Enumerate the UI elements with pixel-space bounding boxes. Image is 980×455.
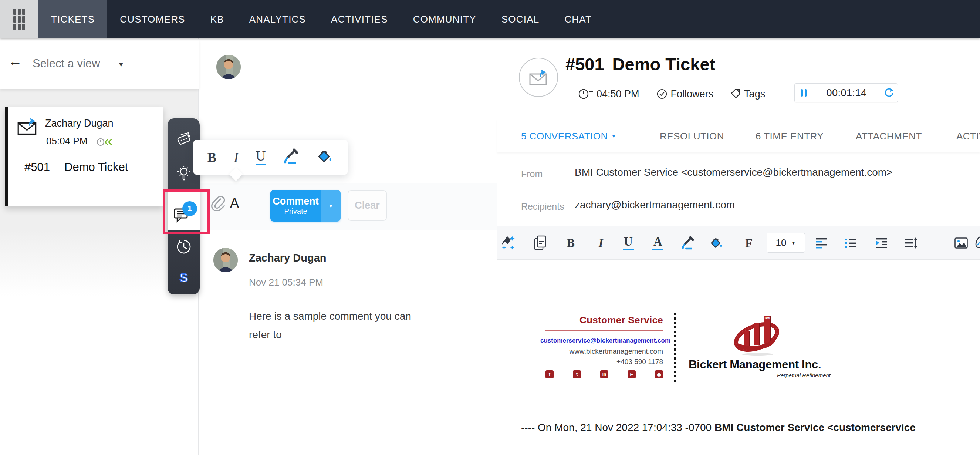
avatar [216, 55, 241, 79]
from-label: From [521, 169, 542, 180]
history-icon[interactable] [167, 232, 200, 261]
from-value[interactable]: BMI Customer Service <customerservice@bi… [575, 167, 892, 178]
font-size-select[interactable]: 10▼ [767, 233, 805, 253]
quoted-email-header: ---- On Mon, 21 Nov 2022 17:04:33 -0700 … [521, 422, 916, 434]
recipients-value[interactable]: zachary@bickertmanagement.com [575, 199, 735, 211]
italic-button[interactable]: I [234, 151, 238, 164]
clock-icon [578, 88, 593, 100]
font-color-button[interactable]: A [650, 234, 666, 253]
facebook-icon[interactable]: f [546, 370, 554, 379]
card-ticket-subject: Demo Ticket [64, 161, 128, 174]
twitter-icon[interactable]: t [573, 370, 581, 379]
view-selector[interactable]: Select a view [33, 57, 100, 70]
detail-tabs: 5 CONVERSATION▾ RESOLUTION 6 TIME ENTRY … [497, 119, 980, 153]
signature-divider [674, 313, 676, 384]
highlight-button[interactable] [679, 234, 695, 253]
salesiq-icon[interactable]: S [167, 263, 200, 292]
timer-value: 00:01:14 [813, 84, 880, 102]
highlight-color-icon[interactable] [316, 148, 334, 166]
format-popup: B I U [193, 140, 348, 175]
due-time[interactable]: 04:50 PM [578, 88, 640, 100]
view-selector-bar: ← Select a view ▾ [0, 39, 199, 89]
format-toggle[interactable]: A [230, 195, 239, 211]
instagram-icon[interactable]: ◉ [655, 370, 663, 379]
nav-tab-customers[interactable]: CUSTOMERS [107, 0, 197, 38]
underline-button[interactable]: U [256, 149, 266, 165]
ai-assist-icon[interactable] [501, 234, 517, 253]
tab-conversation[interactable]: 5 CONVERSATION▾ [521, 119, 616, 153]
pause-icon[interactable] [795, 84, 813, 102]
tags-button[interactable]: Tags [730, 88, 765, 100]
tab-activity[interactable]: ACTIVITY [956, 119, 980, 153]
templates-icon[interactable] [532, 234, 549, 253]
ticket-card[interactable]: Zachary Dugan 05:04 PM #501 Demo Ticket [5, 107, 164, 207]
signature-website[interactable]: www.bickertmanagement.com [540, 347, 663, 355]
chevron-down-icon[interactable]: ▾ [119, 60, 123, 69]
comment-button[interactable]: Comment Private ▾ [270, 190, 340, 221]
channel-avatar [519, 58, 558, 97]
bullet-list-icon[interactable] [843, 234, 859, 253]
comment-author: Zachary Dugan [249, 252, 326, 264]
grid-icon [13, 8, 25, 30]
nav-tab-chat[interactable]: CHAT [552, 0, 604, 38]
nav-tab-tickets[interactable]: TICKETS [38, 0, 107, 38]
signature-email-link[interactable]: customerservice@bickertmanagement.com [540, 337, 663, 344]
nav-tab-community[interactable]: COMMUNITY [401, 0, 489, 38]
comments-panel: A Comment Private ▾ Clear Zachary Dugan … [199, 38, 496, 455]
nav-tab-activities[interactable]: ACTIVITIES [318, 0, 401, 38]
top-nav: TICKETS CUSTOMERS KB ANALYTICS ACTIVITIE… [0, 0, 980, 38]
recipients-label: Recipients [521, 201, 564, 212]
comment-author-avatar [213, 248, 238, 272]
signature-company: Bickert Management Inc. [689, 358, 830, 371]
font-color-icon[interactable] [283, 148, 298, 166]
check-circle-icon [656, 88, 668, 100]
tab-time-entry[interactable]: 6 TIME ENTRY [756, 119, 824, 153]
tag-icon [730, 89, 741, 99]
nav-tab-social[interactable]: SOCIAL [489, 0, 552, 38]
comment-count-badge: 1 [182, 201, 197, 216]
tab-resolution[interactable]: RESOLUTION [660, 119, 724, 153]
back-icon[interactable]: ← [8, 54, 22, 68]
attachment-icon[interactable] [211, 195, 225, 212]
comment-timestamp: Nov 21 05:34 PM [249, 277, 323, 288]
bold-button[interactable]: B [563, 234, 579, 253]
app-launcher-button[interactable] [0, 0, 38, 38]
underline-button[interactable]: U [620, 234, 636, 253]
nav-tab-kb[interactable]: KB [198, 0, 237, 38]
refresh-icon[interactable] [880, 84, 897, 102]
comment-button-sublabel: Private [284, 207, 307, 216]
signature-rule [546, 329, 663, 331]
italic-button[interactable]: I [593, 234, 609, 253]
comment-action-row: A Comment Private ▾ Clear [199, 183, 496, 230]
font-family-button[interactable]: F [741, 234, 757, 253]
signature-social-row: f t in ▶ ◉ [546, 370, 663, 379]
signature-phone: +403 590 1178 [540, 358, 663, 366]
quote-indent-line [523, 445, 523, 455]
youtube-icon[interactable]: ▶ [628, 370, 636, 379]
eraser-icon[interactable] [974, 234, 980, 253]
nav-tab-analytics[interactable]: ANALYTICS [237, 0, 318, 38]
align-icon[interactable] [814, 234, 830, 253]
clear-button[interactable]: Clear [348, 190, 387, 221]
card-requester-name: Zachary Dugan [45, 118, 113, 129]
comment-body: Here is a sample comment you can refer t… [249, 307, 412, 344]
linkedin-icon[interactable]: in [600, 370, 608, 379]
indent-icon[interactable] [874, 234, 891, 253]
comment-dropdown-button[interactable]: ▾ [321, 190, 340, 221]
ticket-detail-panel: #501Demo Ticket 04:50 PM Followers Tag [496, 38, 980, 455]
email-sent-icon [17, 118, 38, 137]
bold-button[interactable]: B [207, 151, 217, 164]
svg-text:BMI: BMI [765, 316, 770, 320]
line-spacing-icon[interactable] [904, 234, 920, 253]
signature-contact-block: Customer Service customerservice@bickert… [540, 315, 663, 379]
comments-icon[interactable]: 1 [167, 196, 200, 229]
insert-image-icon[interactable] [953, 234, 969, 253]
ticket-title: #501Demo Ticket [565, 54, 715, 74]
sla-clock-icon [97, 138, 115, 148]
followers-button[interactable]: Followers [656, 88, 714, 100]
toolbar-separator [527, 232, 527, 254]
card-ticket-id: #501 [24, 161, 50, 174]
editor-toolbar: B I U A F 10▼ [497, 226, 980, 260]
fill-color-button[interactable] [708, 234, 724, 253]
tab-attachment[interactable]: ATTACHMENT [856, 119, 922, 153]
